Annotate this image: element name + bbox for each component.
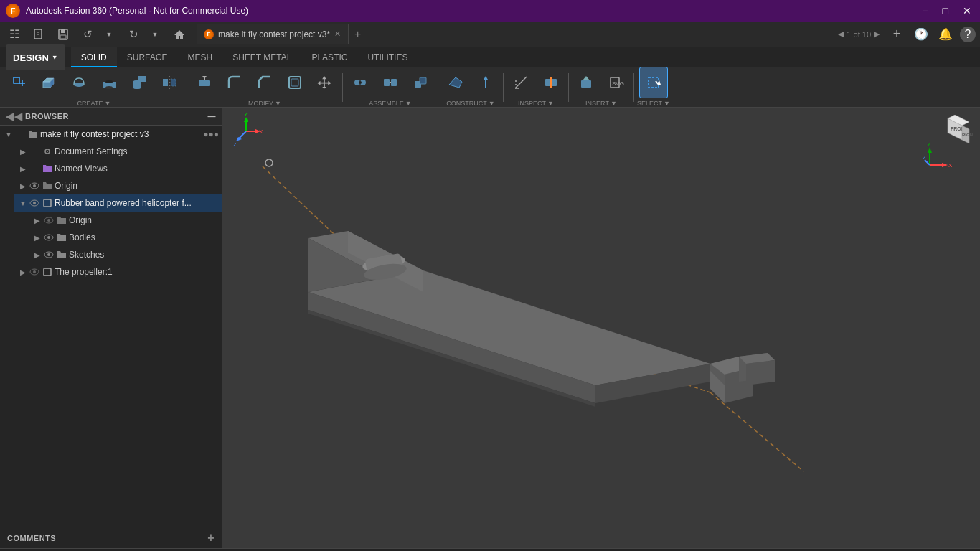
select-button[interactable] — [639, 67, 668, 98]
clock-button[interactable]: 🕐 — [911, 24, 931, 44]
propeller-expand[interactable]: ▶ — [17, 266, 29, 278]
tree-origin[interactable]: ▶ Origin — [14, 177, 222, 194]
section-button[interactable] — [537, 67, 565, 98]
undo-button[interactable]: ↺ — [77, 24, 98, 44]
comments-label: COMMENTS — [7, 534, 56, 542]
svg-text:Y: Y — [244, 113, 248, 118]
tree-bodies[interactable]: ▶ Bodies — [29, 229, 222, 246]
create-label[interactable]: CREATE ▼ — [77, 100, 111, 108]
grid-menu-button[interactable]: ☷ — [4, 24, 24, 44]
tree-doc-settings[interactable]: ▶ Document Settings — [14, 143, 222, 160]
fillet-modify-button[interactable] — [220, 67, 249, 98]
view-cube[interactable]: Y X Z FRONT RIGHT — [923, 115, 966, 158]
help-button[interactable]: ? — [960, 27, 976, 42]
bodies-expand[interactable]: ▶ — [32, 232, 43, 243]
named-views-expand[interactable]: ▶ — [17, 163, 29, 174]
axis-button[interactable] — [471, 67, 500, 98]
mirror-button[interactable] — [155, 67, 184, 98]
bodies-visibility[interactable] — [43, 232, 55, 243]
extrude-button[interactable] — [34, 67, 63, 98]
origin-expand[interactable]: ▶ — [17, 180, 29, 192]
child-origin-visibility[interactable] — [43, 215, 55, 226]
minimize-button[interactable]: − — [919, 5, 930, 17]
comments-add-button[interactable]: + — [207, 532, 215, 545]
root-settings[interactable]: ●●● — [203, 129, 219, 139]
tab-solid[interactable]: SOLID — [71, 47, 117, 67]
tree-named-views[interactable]: ▶ Named Views — [14, 160, 222, 177]
tree-child-origin[interactable]: ▶ Origin — [29, 212, 222, 229]
chamfer-button[interactable] — [250, 67, 279, 98]
redo-button[interactable]: ↻ — [123, 24, 143, 44]
close-button[interactable]: ✕ — [960, 5, 974, 17]
helicopter-component-icon — [42, 197, 53, 209]
svg-text:Y: Y — [927, 141, 931, 148]
browser-collapse-icon[interactable]: ◀◀ — [6, 110, 22, 122]
modify-label[interactable]: MODIFY ▼ — [248, 100, 281, 108]
svg-point-62 — [47, 236, 50, 239]
svg-text:Z: Z — [233, 141, 237, 148]
file-button[interactable] — [29, 24, 49, 44]
svg-rect-25 — [289, 77, 301, 88]
propeller-visibility[interactable] — [29, 266, 40, 278]
rigid-group-button[interactable] — [376, 67, 405, 98]
svg-marker-36 — [449, 77, 462, 88]
helicopter-expand[interactable]: ▼ — [17, 197, 29, 209]
tree-root[interactable]: ▼ make it fly contest project v3 ●●● — [0, 126, 222, 143]
tree-propeller[interactable]: ▶ The propeller:1 — [14, 263, 222, 281]
origin-visibility[interactable] — [29, 180, 40, 192]
construct-label[interactable]: CONSTRUCT ▼ — [446, 100, 494, 108]
press-pull-button[interactable] — [190, 67, 219, 98]
measure-button[interactable] — [507, 67, 535, 98]
child-origin-expand[interactable]: ▶ — [32, 215, 43, 226]
create-icons — [4, 67, 184, 98]
new-component-button[interactable] — [4, 67, 33, 98]
browser-close-button[interactable]: ― — [208, 112, 217, 121]
svg-marker-6 — [174, 30, 184, 39]
propeller-label: The propeller:1 — [55, 267, 113, 277]
move-button[interactable] — [311, 67, 339, 98]
shell-button[interactable] — [281, 67, 309, 98]
undo-dropdown[interactable]: ▼ — [99, 24, 119, 44]
document-tab[interactable]: F make it fly contest project v3* ✕ — [197, 24, 349, 44]
svg-marker-91 — [928, 147, 932, 153]
viewport[interactable]: Y X Z FRONT RIGHT Y — [222, 108, 980, 548]
tab-surface[interactable]: SURFACE — [117, 47, 178, 67]
tab-utilities[interactable]: UTILITIES — [357, 47, 418, 67]
insert-label[interactable]: INSERT ▼ — [585, 100, 617, 108]
helicopter-visibility[interactable] — [29, 197, 40, 209]
save-button[interactable] — [53, 24, 73, 44]
sketches-expand[interactable]: ▶ — [32, 249, 43, 260]
tab-plastic[interactable]: PLASTIC — [301, 47, 357, 67]
tab-mesh[interactable]: MESH — [177, 47, 222, 67]
inspect-label[interactable]: INSPECT ▼ — [518, 100, 554, 108]
svg-rect-20 — [163, 79, 168, 86]
new-tab-button[interactable]: + — [349, 24, 367, 44]
fillet-button[interactable] — [125, 67, 154, 98]
tree-helicopter[interactable]: ▼ Rubber band powered helicopter f... — [14, 194, 222, 212]
move-copy-button[interactable] — [406, 67, 435, 98]
plane-button[interactable] — [441, 67, 470, 98]
axis-gizmo: Y X Z — [228, 113, 264, 151]
root-visibility[interactable] — [14, 128, 26, 140]
select-label[interactable]: SELECT ▼ — [637, 100, 670, 108]
tab-sheet-metal[interactable]: SHEET METAL — [222, 47, 301, 67]
doc-tab-close[interactable]: ✕ — [334, 29, 341, 39]
hole-button[interactable] — [95, 67, 123, 98]
sketches-visibility[interactable] — [43, 249, 55, 260]
insert-mesh-button[interactable] — [572, 67, 600, 98]
redo-dropdown[interactable]: ▼ — [145, 24, 165, 44]
add-button[interactable]: + — [887, 24, 907, 44]
svg-rect-31 — [384, 79, 390, 86]
joint-button[interactable] — [346, 67, 374, 98]
tree-sketches[interactable]: ▶ Sketches — [29, 246, 222, 263]
doc-settings-expand[interactable]: ▶ — [17, 146, 29, 157]
named-views-label: Named Views — [55, 164, 108, 174]
home-button[interactable] — [169, 24, 189, 44]
root-expand[interactable]: ▼ — [3, 128, 14, 140]
revolve-button[interactable] — [65, 67, 93, 98]
notification-button[interactable]: 🔔 — [936, 24, 956, 44]
insert-svg-button[interactable]: SVG — [602, 67, 631, 98]
assemble-label[interactable]: ASSEMBLE ▼ — [369, 100, 411, 108]
svg-marker-27 — [317, 75, 331, 88]
maximize-button[interactable]: □ — [940, 5, 951, 17]
